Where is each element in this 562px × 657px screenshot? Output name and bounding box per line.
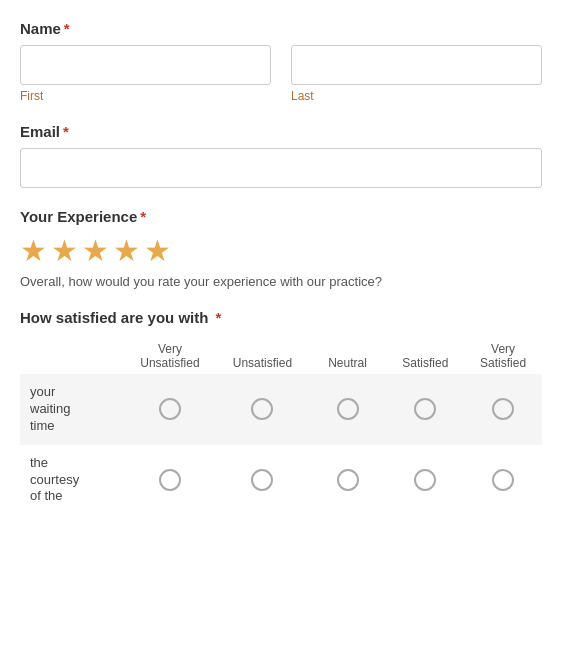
waiting-unsatisfied-cell	[216, 374, 309, 445]
email-section: Email*	[20, 123, 542, 188]
last-name-group: Last	[291, 45, 542, 103]
waiting-very-satisfied-radio[interactable]	[492, 398, 514, 420]
courtesy-unsatisfied-radio[interactable]	[251, 469, 273, 491]
last-name-input[interactable]	[291, 45, 542, 85]
table-row: yourwaitingtime	[20, 374, 542, 445]
name-section: Name* First Last	[20, 20, 542, 103]
waiting-unsatisfied-radio[interactable]	[251, 398, 273, 420]
satisfaction-title: How satisfied are you with *	[20, 309, 542, 326]
email-input[interactable]	[20, 148, 542, 188]
courtesy-neutral-radio[interactable]	[337, 469, 359, 491]
first-name-input[interactable]	[20, 45, 271, 85]
courtesy-unsatisfied-cell	[216, 445, 309, 516]
name-label-text: Name	[20, 20, 61, 37]
col-header-unsatisfied: Unsatisfied	[216, 338, 309, 374]
email-label-text: Email	[20, 123, 60, 140]
row-label-waiting: yourwaitingtime	[20, 374, 124, 445]
waiting-very-satisfied-cell	[464, 374, 542, 445]
satisfaction-title-text: How satisfied are you with	[20, 309, 208, 326]
row-label-courtesy: thecourtesyof the	[20, 445, 124, 516]
waiting-very-unsatisfied-radio[interactable]	[159, 398, 181, 420]
waiting-satisfied-cell	[386, 374, 464, 445]
stars-row[interactable]: ★ ★ ★ ★ ★	[20, 233, 542, 268]
experience-label-text: Your Experience	[20, 208, 137, 225]
star-5[interactable]: ★	[144, 233, 171, 268]
col-header-very-unsatisfied: VeryUnsatisfied	[124, 338, 217, 374]
satisfaction-required-star: *	[211, 309, 221, 326]
star-3[interactable]: ★	[82, 233, 109, 268]
courtesy-neutral-cell	[309, 445, 387, 516]
name-row: First Last	[20, 45, 542, 103]
last-label: Last	[291, 89, 542, 103]
first-name-group: First	[20, 45, 271, 103]
satisfaction-section: How satisfied are you with * VeryUnsatis…	[20, 309, 542, 515]
email-required-star: *	[63, 123, 69, 140]
name-label: Name*	[20, 20, 542, 37]
first-label: First	[20, 89, 271, 103]
col-header-empty	[20, 338, 124, 374]
satisfaction-table: VeryUnsatisfied Unsatisfied Neutral Sati…	[20, 338, 542, 515]
email-label: Email*	[20, 123, 542, 140]
courtesy-very-unsatisfied-cell	[124, 445, 217, 516]
courtesy-very-satisfied-cell	[464, 445, 542, 516]
experience-section: Your Experience* ★ ★ ★ ★ ★ Overall, how …	[20, 208, 542, 289]
courtesy-satisfied-cell	[386, 445, 464, 516]
waiting-very-unsatisfied-cell	[124, 374, 217, 445]
waiting-neutral-cell	[309, 374, 387, 445]
name-required-star: *	[64, 20, 70, 37]
waiting-satisfied-radio[interactable]	[414, 398, 436, 420]
waiting-neutral-radio[interactable]	[337, 398, 359, 420]
courtesy-very-unsatisfied-radio[interactable]	[159, 469, 181, 491]
experience-required-star: *	[140, 208, 146, 225]
star-4[interactable]: ★	[113, 233, 140, 268]
experience-label: Your Experience*	[20, 208, 542, 225]
experience-note: Overall, how would you rate your experie…	[20, 274, 542, 289]
col-header-very-satisfied: VerySatisfied	[464, 338, 542, 374]
star-1[interactable]: ★	[20, 233, 47, 268]
star-2[interactable]: ★	[51, 233, 78, 268]
courtesy-satisfied-radio[interactable]	[414, 469, 436, 491]
table-row: thecourtesyof the	[20, 445, 542, 516]
courtesy-very-satisfied-radio[interactable]	[492, 469, 514, 491]
col-header-neutral: Neutral	[309, 338, 387, 374]
table-header-row: VeryUnsatisfied Unsatisfied Neutral Sati…	[20, 338, 542, 374]
col-header-satisfied: Satisfied	[386, 338, 464, 374]
